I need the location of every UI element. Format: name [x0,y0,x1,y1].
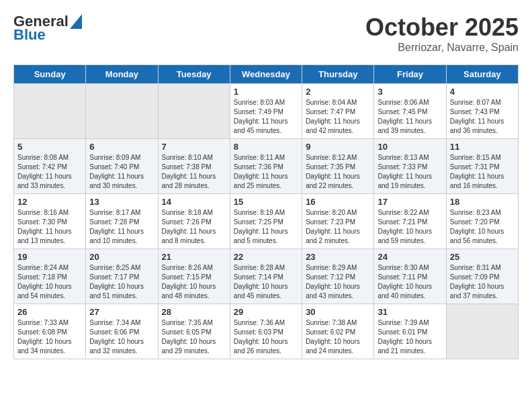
calendar-cell: 15Sunrise: 8:19 AM Sunset: 7:25 PM Dayli… [230,194,302,249]
cell-content: Sunrise: 8:16 AM Sunset: 7:30 PM Dayligh… [17,208,82,246]
day-number: 31 [378,307,442,317]
cell-content: Sunrise: 8:22 AM Sunset: 7:21 PM Dayligh… [378,208,442,246]
header-sunday: Sunday [14,65,86,84]
cell-content: Sunrise: 8:13 AM Sunset: 7:33 PM Dayligh… [378,153,442,191]
cell-content: Sunrise: 8:06 AM Sunset: 7:45 PM Dayligh… [378,98,442,136]
day-number: 5 [17,142,82,152]
calendar-cell: 22Sunrise: 8:28 AM Sunset: 7:14 PM Dayli… [230,249,302,304]
day-number: 24 [378,252,442,262]
calendar-cell: 23Sunrise: 8:29 AM Sunset: 7:12 PM Dayli… [302,249,374,304]
month-title: October 2025 [365,13,519,42]
header-monday: Monday [86,65,158,84]
cell-content: Sunrise: 7:39 AM Sunset: 6:01 PM Dayligh… [378,318,442,356]
day-number: 7 [162,142,226,152]
header-thursday: Thursday [302,65,374,84]
cell-content: Sunrise: 8:12 AM Sunset: 7:35 PM Dayligh… [306,153,370,191]
day-number: 12 [17,197,82,207]
header-friday: Friday [374,65,446,84]
cell-content: Sunrise: 8:29 AM Sunset: 7:12 PM Dayligh… [306,263,370,301]
day-number: 8 [234,142,298,152]
calendar-cell: 7Sunrise: 8:10 AM Sunset: 7:38 PM Daylig… [158,139,230,194]
cell-content: Sunrise: 8:23 AM Sunset: 7:20 PM Dayligh… [450,208,515,246]
calendar-cell: 21Sunrise: 8:26 AM Sunset: 7:15 PM Dayli… [158,249,230,304]
cell-content: Sunrise: 8:19 AM Sunset: 7:25 PM Dayligh… [234,208,298,246]
calendar-cell: 26Sunrise: 7:33 AM Sunset: 6:08 PM Dayli… [14,304,86,359]
calendar-cell: 19Sunrise: 8:24 AM Sunset: 7:18 PM Dayli… [14,249,86,304]
header-saturday: Saturday [446,65,518,84]
day-number: 13 [89,197,154,207]
cell-content: Sunrise: 8:18 AM Sunset: 7:26 PM Dayligh… [162,208,226,246]
calendar-cell: 24Sunrise: 8:30 AM Sunset: 7:11 PM Dayli… [374,249,446,304]
cell-content: Sunrise: 8:20 AM Sunset: 7:23 PM Dayligh… [306,208,370,246]
calendar-cell: 11Sunrise: 8:15 AM Sunset: 7:31 PM Dayli… [446,139,518,194]
day-number: 25 [450,252,515,262]
day-number: 11 [450,142,515,152]
calendar-cell: 20Sunrise: 8:25 AM Sunset: 7:17 PM Dayli… [86,249,158,304]
calendar-cell: 1Sunrise: 8:03 AM Sunset: 7:49 PM Daylig… [230,84,302,139]
cell-content: Sunrise: 7:38 AM Sunset: 6:02 PM Dayligh… [306,318,370,356]
week-row-1: 1Sunrise: 8:03 AM Sunset: 7:49 PM Daylig… [14,84,519,139]
calendar-cell: 10Sunrise: 8:13 AM Sunset: 7:33 PM Dayli… [374,139,446,194]
calendar-cell: 28Sunrise: 7:35 AM Sunset: 6:05 PM Dayli… [158,304,230,359]
day-number: 16 [306,197,370,207]
cell-content: Sunrise: 8:26 AM Sunset: 7:15 PM Dayligh… [162,263,226,301]
calendar-cell: 18Sunrise: 8:23 AM Sunset: 7:20 PM Dayli… [446,194,518,249]
day-number: 6 [89,142,154,152]
calendar-cell: 3Sunrise: 8:06 AM Sunset: 7:45 PM Daylig… [374,84,446,139]
location: Berriozar, Navarre, Spain [365,42,519,54]
calendar-cell: 9Sunrise: 8:12 AM Sunset: 7:35 PM Daylig… [302,139,374,194]
day-number: 26 [17,307,82,317]
week-row-5: 26Sunrise: 7:33 AM Sunset: 6:08 PM Dayli… [14,304,519,359]
calendar-cell: 4Sunrise: 8:07 AM Sunset: 7:43 PM Daylig… [446,84,518,139]
day-number: 1 [234,87,298,97]
cell-content: Sunrise: 7:35 AM Sunset: 6:05 PM Dayligh… [162,318,226,356]
week-row-3: 12Sunrise: 8:16 AM Sunset: 7:30 PM Dayli… [14,194,519,249]
day-number: 30 [306,307,370,317]
day-number: 27 [89,307,154,317]
cell-content: Sunrise: 8:17 AM Sunset: 7:28 PM Dayligh… [89,208,154,246]
cell-content: Sunrise: 8:30 AM Sunset: 7:11 PM Dayligh… [378,263,442,301]
cell-content: Sunrise: 8:28 AM Sunset: 7:14 PM Dayligh… [234,263,298,301]
day-number: 28 [162,307,226,317]
day-number: 20 [89,252,154,262]
day-number: 21 [162,252,226,262]
calendar-cell [14,84,86,139]
day-number: 29 [234,307,298,317]
day-number: 15 [234,197,298,207]
day-number: 23 [306,252,370,262]
calendar-cell [158,84,230,139]
day-number: 9 [306,142,370,152]
header-tuesday: Tuesday [158,65,230,84]
calendar-cell: 2Sunrise: 8:04 AM Sunset: 7:47 PM Daylig… [302,84,374,139]
calendar-cell: 8Sunrise: 8:11 AM Sunset: 7:36 PM Daylig… [230,139,302,194]
cell-content: Sunrise: 7:33 AM Sunset: 6:08 PM Dayligh… [17,318,82,356]
cell-content: Sunrise: 8:11 AM Sunset: 7:36 PM Dayligh… [234,153,298,191]
logo: General Blue [13,13,82,43]
header-row: SundayMondayTuesdayWednesdayThursdayFrid… [14,65,519,84]
cell-content: Sunrise: 7:36 AM Sunset: 6:03 PM Dayligh… [234,318,298,356]
cell-content: Sunrise: 8:09 AM Sunset: 7:40 PM Dayligh… [89,153,154,191]
day-number: 19 [17,252,82,262]
calendar-cell: 17Sunrise: 8:22 AM Sunset: 7:21 PM Dayli… [374,194,446,249]
calendar-cell [446,304,518,359]
day-number: 10 [378,142,442,152]
calendar-cell: 31Sunrise: 7:39 AM Sunset: 6:01 PM Dayli… [374,304,446,359]
day-number: 17 [378,197,442,207]
cell-content: Sunrise: 8:31 AM Sunset: 7:09 PM Dayligh… [450,263,515,301]
calendar-cell: 5Sunrise: 8:08 AM Sunset: 7:42 PM Daylig… [14,139,86,194]
header-wednesday: Wednesday [230,65,302,84]
cell-content: Sunrise: 8:03 AM Sunset: 7:49 PM Dayligh… [234,98,298,136]
calendar-table: SundayMondayTuesdayWednesdayThursdayFrid… [13,64,519,359]
calendar-cell: 27Sunrise: 7:34 AM Sunset: 6:06 PM Dayli… [86,304,158,359]
calendar-cell: 6Sunrise: 8:09 AM Sunset: 7:40 PM Daylig… [86,139,158,194]
calendar-cell [86,84,158,139]
cell-content: Sunrise: 8:10 AM Sunset: 7:38 PM Dayligh… [162,153,226,191]
cell-content: Sunrise: 8:15 AM Sunset: 7:31 PM Dayligh… [450,153,515,191]
cell-content: Sunrise: 7:34 AM Sunset: 6:06 PM Dayligh… [89,318,154,356]
calendar-cell: 14Sunrise: 8:18 AM Sunset: 7:26 PM Dayli… [158,194,230,249]
cell-content: Sunrise: 8:25 AM Sunset: 7:17 PM Dayligh… [89,263,154,301]
calendar-cell: 29Sunrise: 7:36 AM Sunset: 6:03 PM Dayli… [230,304,302,359]
cell-content: Sunrise: 8:08 AM Sunset: 7:42 PM Dayligh… [17,153,82,191]
page-header: General Blue October 2025 Berriozar, Nav… [13,13,519,54]
calendar-cell: 13Sunrise: 8:17 AM Sunset: 7:28 PM Dayli… [86,194,158,249]
